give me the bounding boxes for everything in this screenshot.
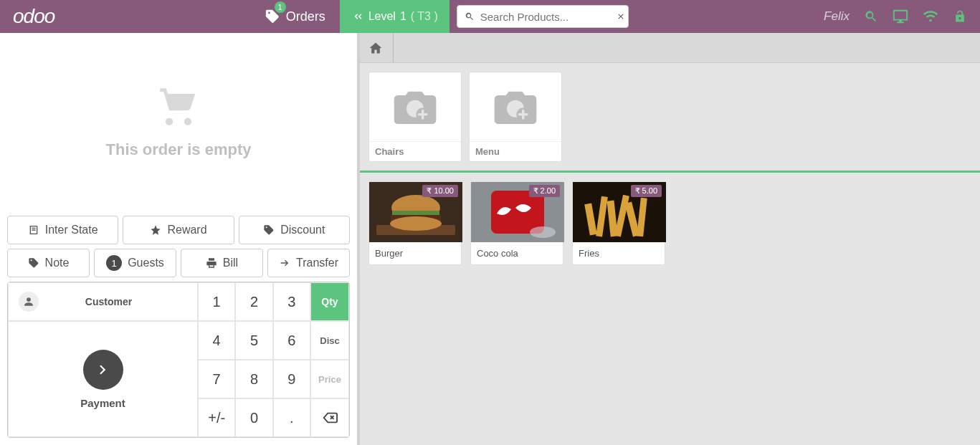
numpad-3[interactable]: 3 [273,282,310,321]
level-number: 1 [400,10,406,23]
cart-icon [153,85,204,129]
chevron-right-icon [83,350,123,390]
monitor-icon[interactable] [893,9,908,24]
arrow-right-icon [279,257,290,269]
category-placeholder-icon [369,72,461,141]
bill-button[interactable]: Bill [181,249,263,277]
level-button[interactable]: Level 1 ( T3 ) [340,0,449,33]
inter-state-button[interactable]: Inter State [7,216,118,244]
product-tile[interactable]: ₹ 5.00Fries [572,181,665,265]
numpad-1[interactable]: 1 [198,282,235,321]
star-icon [150,224,161,236]
numpad-dot[interactable]: . [273,398,310,437]
customer-button[interactable]: Customer [8,282,198,321]
backspace-icon [322,410,338,426]
search-icon [465,11,475,21]
breadcrumb [360,33,980,63]
search-clear-icon[interactable] [617,12,625,21]
username[interactable]: Felix [824,9,850,24]
product-price: ₹ 2.00 [529,185,560,197]
orders-button[interactable]: 1 Orders [250,0,340,33]
product-price: ₹ 10.00 [422,185,458,197]
category-tile[interactable]: Chairs [368,72,462,162]
guests-button[interactable]: 1 Guests [94,249,176,277]
logo[interactable]: odoo [0,5,67,28]
product-tile[interactable]: ₹ 10.00Burger [368,181,462,265]
order-summary: This order is empty [0,33,357,210]
product-price: ₹ 5.00 [631,185,662,197]
numpad-6[interactable]: 6 [273,321,310,360]
numpad-7[interactable]: 7 [198,360,235,398]
user-icon [19,292,39,312]
categories-row: ChairsMenu [360,63,980,173]
print-icon [206,257,217,269]
disc-mode-button[interactable]: Disc [310,321,349,360]
price-tag-icon: 1 [265,9,280,24]
note-button[interactable]: Note [7,249,90,277]
numpad-4[interactable]: 4 [198,321,235,360]
tag-icon [28,257,39,269]
search-box[interactable] [457,5,629,28]
guests-count: 1 [106,255,122,271]
category-placeholder-icon [470,72,561,141]
order-pane: This order is empty Inter State Reward D… [0,33,360,445]
numpad-9[interactable]: 9 [273,360,310,398]
tag-icon [263,224,275,236]
home-icon[interactable] [368,33,394,62]
numpad-plusminus[interactable]: +/- [198,398,235,437]
price-mode-button[interactable]: Price [310,360,349,398]
product-name: Fries [573,242,665,264]
reward-button[interactable]: Reward [123,216,234,244]
qty-mode-button[interactable]: Qty [310,282,349,321]
product-tile[interactable]: ₹ 2.00Coco cola [470,181,563,265]
transfer-button[interactable]: Transfer [267,249,350,277]
orders-label: Orders [286,9,325,24]
level-table: ( T3 ) [411,10,438,23]
svg-point-9 [390,216,442,231]
numpad-8[interactable]: 8 [235,360,272,398]
svg-point-12 [530,226,556,238]
discount-button[interactable]: Discount [239,216,350,244]
category-tile[interactable]: Menu [469,72,562,162]
product-name: Coco cola [471,242,563,264]
products-row: ₹ 10.00Burger₹ 2.00Coco cola₹ 5.00Fries [360,173,980,274]
category-label: Chairs [369,141,461,161]
product-name: Burger [369,242,461,264]
unlock-icon[interactable] [953,9,967,24]
level-prefix: Level [368,10,396,23]
search-icon-2[interactable] [864,9,878,24]
empty-order-text: This order is empty [106,140,252,159]
topbar: odoo 1 Orders Level 1 ( T3 ) Felix [0,0,980,33]
orders-count-badge: 1 [275,1,286,13]
numpad-5[interactable]: 5 [235,321,272,360]
backspace-button[interactable] [310,398,349,437]
chevron-double-left-icon [351,10,364,23]
search-input[interactable] [480,11,617,23]
numpad: Customer 1 2 3 Qty Payment 4 5 6 Disc 7 … [7,282,350,438]
category-label: Menu [470,141,561,161]
wifi-icon[interactable] [923,9,938,24]
payment-button[interactable]: Payment [8,321,198,437]
book-icon [28,224,39,236]
numpad-0[interactable]: 0 [235,398,272,437]
product-pane: ChairsMenu ₹ 10.00Burger₹ 2.00Coco cola₹… [360,33,980,445]
numpad-2[interactable]: 2 [235,282,272,321]
